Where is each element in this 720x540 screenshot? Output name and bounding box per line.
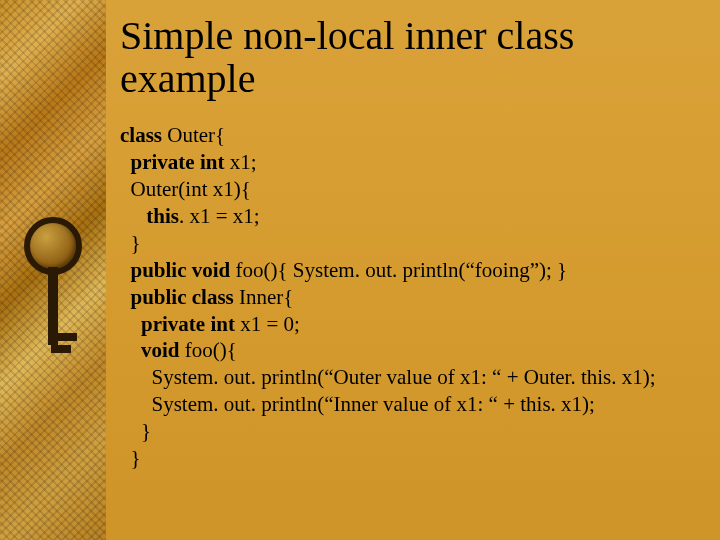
kw-void: void [141, 338, 180, 362]
slide-content: Simple non-local inner class example cla… [106, 0, 720, 540]
code-text: } [131, 446, 141, 470]
kw-public: public [131, 285, 187, 309]
kw-private: private [141, 312, 205, 336]
code-text: } [141, 419, 151, 443]
slide: Simple non-local inner class example cla… [0, 0, 720, 540]
kw-private: private [131, 150, 195, 174]
code-text: System. out. println(“Outer value of x1:… [152, 365, 656, 389]
code-text: Outer(int x1){ [131, 177, 251, 201]
code-text: Inner{ [234, 285, 294, 309]
kw-class: class [192, 285, 234, 309]
code-text: Outer{ [162, 123, 225, 147]
kw-class: class [120, 123, 162, 147]
kw-public: public [131, 258, 187, 282]
code-text: foo(){ [180, 338, 237, 362]
kw-int: int [210, 312, 235, 336]
kw-int: int [200, 150, 225, 174]
slide-title: Simple non-local inner class example [120, 14, 702, 100]
code-text: . x1 = x1; [179, 204, 260, 228]
code-block: class Outer{ private int x1; Outer(int x… [120, 122, 702, 471]
kw-this: this [146, 204, 179, 228]
decorative-sidebar [0, 0, 106, 540]
code-text: foo(){ System. out. println(“fooing”); } [230, 258, 567, 282]
code-text: x1 = 0; [235, 312, 300, 336]
code-text: x1; [224, 150, 256, 174]
code-text: System. out. println(“Inner value of x1:… [152, 392, 595, 416]
kw-void: void [192, 258, 231, 282]
key-icon [24, 217, 82, 367]
code-text: } [131, 231, 141, 255]
